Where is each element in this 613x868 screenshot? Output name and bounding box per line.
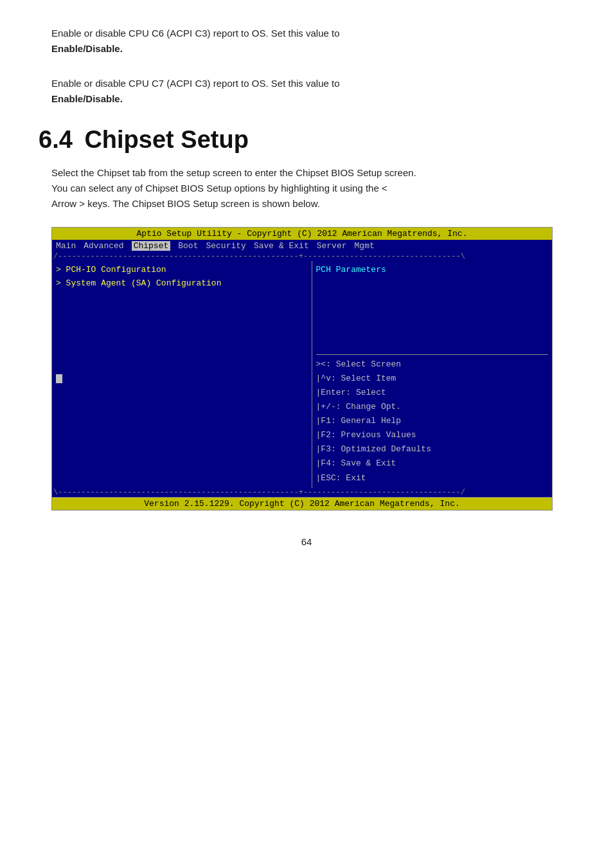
bios-right-panel: PCH Parameters ><: Select Screen |^v: Se… bbox=[312, 261, 552, 488]
bios-right-header: PCH Parameters bbox=[316, 264, 548, 277]
bios-bottom-separator: \---------------------------------------… bbox=[53, 488, 465, 497]
section-title: Chipset Setup bbox=[84, 126, 248, 153]
cpu-c6-description: Enable or disable CPU C6 (ACPI C3) repor… bbox=[51, 26, 574, 57]
bios-cursor bbox=[56, 374, 62, 383]
cpu-c7-text: Enable or disable CPU C7 (ACPI C3) repor… bbox=[51, 78, 340, 89]
cpu-c6-text: Enable or disable CPU C6 (ACPI C3) repor… bbox=[51, 28, 340, 39]
bios-help-enter: |Enter: Select bbox=[316, 386, 548, 400]
bios-help-f2: |F2: Previous Values bbox=[316, 428, 548, 442]
bios-nav-item-2[interactable]: > System Agent (SA) Configuration bbox=[56, 277, 308, 291]
section-heading: 6.4 Chipset Setup bbox=[39, 126, 574, 154]
intro-line3: Arrow > keys. The Chipset BIOS Setup scr… bbox=[51, 196, 574, 212]
bios-title-bar: Aptio Setup Utility - Copyright (C) 2012… bbox=[52, 228, 552, 240]
bios-help-f4: |F4: Save & Exit bbox=[316, 457, 548, 471]
page-number: 64 bbox=[39, 536, 574, 547]
section-intro: Select the Chipset tab from the setup sc… bbox=[51, 165, 574, 212]
cpu-c7-bold: Enable/Disable. bbox=[51, 93, 123, 104]
cpu-c6-bold: Enable/Disable. bbox=[51, 43, 123, 54]
bios-help-f3: |F3: Optimized Defaults bbox=[316, 442, 548, 457]
bios-help-change: |+/-: Change Opt. bbox=[316, 400, 548, 414]
bios-nav-item-1[interactable]: > PCH-IO Configuration bbox=[56, 264, 308, 277]
bios-separator-line: /---------------------------------------… bbox=[53, 252, 465, 261]
menu-main[interactable]: Main bbox=[56, 241, 76, 251]
bios-footer: Version 2.15.1229. Copyright (C) 2012 Am… bbox=[52, 497, 552, 510]
bios-right-divider bbox=[316, 354, 548, 355]
menu-chipset[interactable]: Chipset bbox=[132, 241, 171, 251]
bios-help-esc: |ESC: Exit bbox=[316, 471, 548, 485]
menu-mgmt[interactable]: Mgmt bbox=[355, 241, 375, 251]
menu-save-exit[interactable]: Save & Exit bbox=[254, 241, 309, 251]
bios-left-panel: > PCH-IO Configuration > System Agent (S… bbox=[52, 261, 312, 488]
bios-screen: Aptio Setup Utility - Copyright (C) 2012… bbox=[51, 227, 553, 511]
bios-help-f1: |F1: General Help bbox=[316, 414, 548, 428]
section-number: 6.4 bbox=[39, 126, 73, 153]
menu-server[interactable]: Server bbox=[317, 241, 347, 251]
menu-advanced[interactable]: Advanced bbox=[84, 241, 123, 251]
menu-boot[interactable]: Boot bbox=[178, 241, 198, 251]
bios-menu-bar: Main Advanced Chipset Boot Security Save… bbox=[52, 240, 552, 252]
intro-line2: You can select any of Chipset BIOS Setup… bbox=[51, 181, 574, 196]
bios-help-select-item: |^v: Select Item bbox=[316, 372, 548, 386]
bios-help-select-screen: ><: Select Screen bbox=[316, 357, 548, 372]
cpu-c7-description: Enable or disable CPU C7 (ACPI C3) repor… bbox=[51, 76, 574, 107]
menu-security[interactable]: Security bbox=[206, 241, 245, 251]
bios-body: > PCH-IO Configuration > System Agent (S… bbox=[52, 261, 552, 488]
intro-line1: Select the Chipset tab from the setup sc… bbox=[51, 165, 574, 181]
